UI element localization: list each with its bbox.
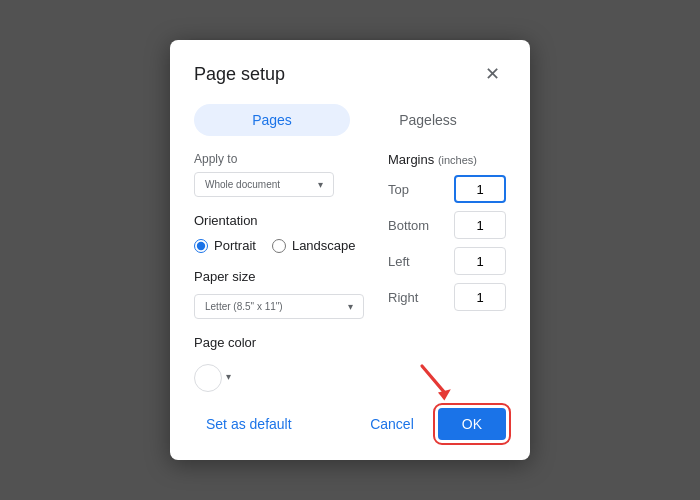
margin-left-label: Left: [388, 254, 433, 269]
orientation-options: Portrait Landscape: [194, 238, 364, 253]
margin-bottom-input[interactable]: [454, 211, 506, 239]
tab-pageless[interactable]: Pageless: [350, 104, 506, 136]
margin-row-right: Right: [388, 283, 506, 311]
page-color-arrow[interactable]: ▾: [226, 371, 231, 382]
margin-left-input[interactable]: [454, 247, 506, 275]
page-color-swatch[interactable]: [194, 364, 222, 392]
landscape-radio[interactable]: [272, 239, 286, 253]
margin-bottom-label: Bottom: [388, 218, 433, 233]
paper-size-arrow: ▾: [348, 301, 353, 312]
dialog-title: Page setup: [194, 64, 285, 85]
paper-size-label: Paper size: [194, 269, 364, 284]
orientation-label: Orientation: [194, 213, 364, 228]
margin-row-bottom: Bottom: [388, 211, 506, 239]
margin-top-input[interactable]: [454, 175, 506, 203]
margins-column: Margins (inches) Top Bottom Left: [388, 152, 506, 392]
dialog-header: Page setup ✕: [170, 40, 530, 104]
paper-size-value: Letter (8.5" x 11"): [205, 301, 283, 312]
margin-row-left: Left: [388, 247, 506, 275]
apply-to-arrow: ▾: [318, 179, 323, 190]
color-picker-row: ▾: [194, 360, 364, 392]
margin-right-label: Right: [388, 290, 433, 305]
dialog-body: Apply to Whole document ▾ Orientation Po…: [170, 152, 530, 392]
page-color-label: Page color: [194, 335, 364, 350]
page-setup-dialog: Page setup ✕ Pages Pageless Apply to Who…: [170, 40, 530, 460]
set-default-button[interactable]: Set as default: [194, 408, 304, 440]
dialog-overlay: Page setup ✕ Pages Pageless Apply to Who…: [0, 0, 700, 500]
left-column: Apply to Whole document ▾ Orientation Po…: [194, 152, 364, 392]
footer-buttons: Cancel OK: [354, 408, 506, 440]
portrait-option[interactable]: Portrait: [194, 238, 256, 253]
tab-pages[interactable]: Pages: [194, 104, 350, 136]
portrait-radio[interactable]: [194, 239, 208, 253]
cancel-button[interactable]: Cancel: [354, 408, 430, 440]
margins-unit: (inches): [438, 154, 477, 166]
margins-title: Margins (inches): [388, 152, 506, 167]
landscape-option[interactable]: Landscape: [272, 238, 356, 253]
landscape-label: Landscape: [292, 238, 356, 253]
close-button[interactable]: ✕: [478, 60, 506, 88]
apply-to-value: Whole document: [205, 179, 280, 190]
margin-right-input[interactable]: [454, 283, 506, 311]
dialog-footer: Set as default Cancel OK: [170, 392, 530, 460]
ok-button[interactable]: OK: [438, 408, 506, 440]
paper-size-select[interactable]: Letter (8.5" x 11") ▾: [194, 294, 364, 319]
margin-row-top: Top: [388, 175, 506, 203]
apply-to-select[interactable]: Whole document ▾: [194, 172, 334, 197]
margin-top-label: Top: [388, 182, 433, 197]
tabs-row: Pages Pageless: [170, 104, 530, 136]
portrait-label: Portrait: [214, 238, 256, 253]
apply-to-label: Apply to: [194, 152, 364, 166]
